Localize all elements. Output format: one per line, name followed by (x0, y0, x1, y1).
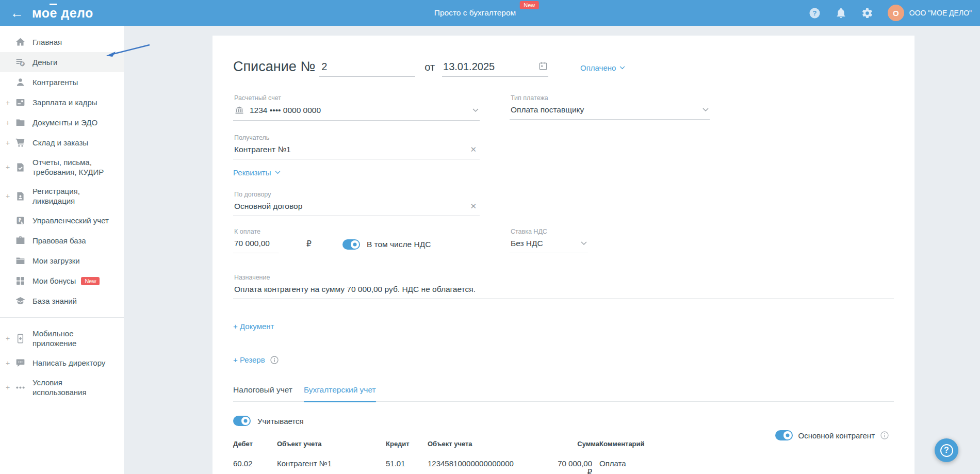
vat-included-toggle[interactable] (342, 239, 360, 250)
sidebar-item-label: Деньги (32, 57, 57, 67)
sidebar-item-terms[interactable]: +Условия использования (0, 373, 124, 402)
expand-plus-icon[interactable]: + (5, 192, 11, 200)
info-icon[interactable] (880, 431, 889, 439)
sidebar-item-registration[interactable]: +Регистрация, ликвидация (0, 182, 124, 210)
payment-type-value: Оплата поставщику (511, 105, 584, 115)
contract-input-wrap: ✕ (233, 198, 480, 216)
purpose-label: Назначение (233, 274, 894, 281)
info-icon[interactable] (270, 356, 279, 364)
amount-input[interactable] (233, 235, 279, 253)
expand-plus-icon[interactable]: + (5, 139, 11, 147)
sidebar-item-label: Мои загрузки (32, 256, 80, 266)
contract-input[interactable] (234, 202, 468, 211)
sidebar-item-legal[interactable]: Правовая база (0, 231, 124, 251)
recipient-field: Получатель ✕ (233, 134, 480, 159)
sidebar: Главная₽ДеньгиКонтрагенты+Зарплата и кад… (0, 26, 124, 474)
sidebar-item-documents[interactable]: +Документы и ЭДО (0, 112, 124, 133)
sidebar-item-bonuses[interactable]: Мои бонусыNew (0, 271, 124, 291)
sidebar-item-contractors[interactable]: Контрагенты (0, 72, 124, 92)
gear-icon[interactable] (861, 7, 873, 19)
sidebar-item-label: Регистрация, ликвидация (32, 186, 117, 206)
expand-plus-icon[interactable]: + (5, 119, 11, 127)
tagline-banner[interactable]: Просто с бухгалтеромNew (434, 0, 516, 26)
recipient-input[interactable] (234, 145, 468, 154)
table-row: 60.02Контрагент №151.0112345810000000000… (233, 459, 894, 474)
calendar-icon[interactable] (538, 61, 548, 76)
currency-sign: ₽ (306, 239, 312, 253)
sidebar-item-salary[interactable]: +Зарплата и кадры (0, 92, 124, 112)
sidebar-item-home[interactable]: Главная (0, 32, 124, 52)
vat-included-label: В том числе НДС (367, 240, 431, 249)
vat-rate-select[interactable]: Без НДС (510, 235, 588, 253)
message-icon (15, 357, 26, 368)
sidebar-item-warehouse[interactable]: +Склад и заказы (0, 133, 124, 153)
company-name: ООО "МОЕ ДЕЛО" (909, 9, 972, 17)
new-badge: New (520, 1, 538, 9)
sidebar-item-management[interactable]: ₽Управленческий учет (0, 210, 124, 231)
sidebar-item-label: База знаний (32, 296, 77, 306)
expand-plus-icon[interactable]: + (5, 99, 11, 107)
contractors-icon (15, 77, 26, 88)
new-badge: New (81, 277, 100, 285)
purpose-input[interactable] (234, 285, 893, 294)
table-header-cell: Объект учета (277, 439, 386, 449)
account-menu[interactable]: O ООО "МОЕ ДЕЛО" (888, 5, 972, 21)
document-number-input[interactable] (319, 61, 415, 76)
sidebar-item-reports[interactable]: +Отчеты, письма, требования, КУДИР (0, 153, 124, 182)
payment-type-select[interactable]: Оплата поставщику (510, 102, 710, 120)
expand-plus-icon[interactable]: + (5, 334, 11, 342)
registration-icon (15, 191, 26, 202)
account-field: Расчетный счет 1234 •••• 0000 0000 (233, 94, 480, 121)
documents-icon (15, 117, 26, 128)
chevron-down-icon (472, 108, 479, 112)
tab-tax-accounting[interactable]: Налоговый учет (233, 385, 292, 401)
add-document-link[interactable]: + Документ (233, 322, 274, 331)
date-input[interactable] (442, 61, 514, 76)
considered-label: Учитывается (257, 417, 304, 426)
header-actions: ? O ООО "МОЕ ДЕЛО" (809, 0, 972, 26)
chevron-down-icon (581, 241, 587, 246)
legal-icon (15, 235, 26, 246)
sidebar-item-knowledge[interactable]: База знаний (0, 291, 124, 311)
warehouse-icon (15, 137, 26, 148)
sidebar-item-director[interactable]: +Написать директору (0, 353, 124, 373)
app-screen: ← мое дело Просто с бухгалтеромNew ? O О… (0, 0, 980, 474)
requisites-label: Реквизиты (233, 168, 271, 177)
add-reserve-link[interactable]: + Резерв (233, 355, 265, 364)
requisites-link[interactable]: Реквизиты (233, 168, 281, 177)
contract-field: По договору ✕ (233, 191, 480, 216)
date-preposition: от (424, 61, 435, 77)
status-dropdown[interactable]: Оплачено (580, 63, 625, 77)
vat-rate-value: Без НДС (511, 239, 543, 248)
table-cell: Контрагент №1 (277, 459, 386, 468)
expand-plus-icon[interactable]: + (5, 383, 11, 391)
chevron-down-icon (275, 171, 281, 174)
main-contractor-label: Основной контрагент (798, 431, 875, 440)
sidebar-item-downloads[interactable]: Мои загрузки (0, 251, 124, 271)
clear-icon[interactable]: ✕ (468, 145, 479, 154)
table-cell: Оплата (599, 459, 894, 468)
management-icon: ₽ (15, 215, 26, 226)
app-logo[interactable]: мое дело (32, 6, 93, 21)
considered-toggle[interactable] (233, 416, 251, 426)
help-fab-button[interactable]: ? (935, 438, 958, 462)
sidebar-item-money[interactable]: ₽Деньги (0, 52, 124, 72)
bell-icon[interactable] (835, 7, 847, 19)
svg-text:?: ? (812, 9, 816, 17)
bank-icon (234, 105, 244, 116)
clear-icon[interactable]: ✕ (468, 202, 479, 211)
main-contractor-toggle[interactable] (775, 430, 793, 440)
sidebar-item-mobile[interactable]: +Мобильное приложение (0, 324, 124, 353)
expand-plus-icon[interactable]: + (5, 163, 11, 171)
account-select[interactable]: 1234 •••• 0000 0000 (233, 102, 480, 121)
expand-plus-icon[interactable]: + (5, 359, 11, 367)
tab-bar: Налоговый учет Бухгалтерский учет (233, 385, 894, 402)
chevron-down-icon (619, 66, 625, 70)
considered-row: Учитывается (233, 416, 894, 426)
table-header-cell: Объект учета (428, 439, 551, 449)
help-icon[interactable]: ? (809, 7, 821, 19)
tagline-text: Просто с бухгалтеромNew (434, 8, 516, 18)
status-badge: Оплачено (580, 63, 616, 72)
tab-accounting[interactable]: Бухгалтерский учет (304, 385, 376, 401)
back-arrow-icon[interactable]: ← (10, 6, 24, 20)
